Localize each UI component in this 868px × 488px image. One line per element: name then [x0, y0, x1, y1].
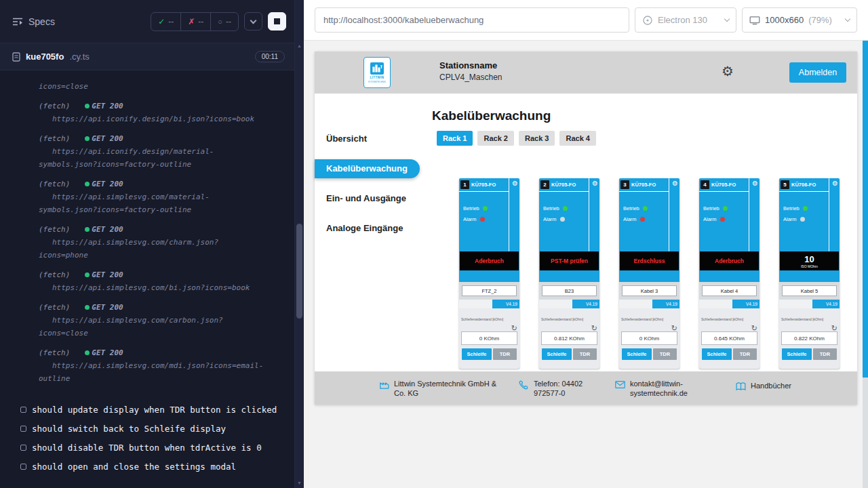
card-settings-gear-icon[interactable]: ⚙ [672, 180, 678, 187]
test-item[interactable]: should switch back to Schleife display [0, 419, 294, 438]
viewport-select[interactable]: 1000x660 (79%) [742, 7, 857, 33]
card-settings-gear-icon[interactable]: ⚙ [752, 180, 758, 187]
rack-tab-label: Rack 2 [484, 134, 507, 142]
refresh-icon[interactable]: ↻ [511, 324, 517, 332]
littwin-logo: LITTWIN SYSTEMTECHNIK [363, 57, 391, 88]
test-title: should update display when TDR button is… [32, 405, 277, 415]
sidebar-nav-item[interactable]: Übersicht [315, 129, 431, 148]
refresh-icon[interactable]: ↻ [831, 324, 837, 332]
sidebar-nav-item[interactable]: Ein- und Ausgänge [315, 189, 431, 208]
card-header: 1 KÜ705-FO [459, 178, 519, 191]
app-header: LITTWIN SYSTEMTECHNIK Stationsname CPLV4… [315, 52, 857, 94]
card-settings-gear-icon[interactable]: ⚙ [832, 180, 838, 187]
rack-tab[interactable]: Rack 2 [477, 131, 513, 146]
log-entry[interactable]: (fetch) GET 200 https://api.simplesvg.co… [0, 301, 294, 340]
card-divider [699, 191, 749, 192]
app-sidebar: Übersicht Kabelüberwachung Ein- und Ausg… [315, 94, 431, 371]
footer-phone: Telefon: 04402 972577-0 [518, 379, 601, 399]
runner-scroll-track[interactable]: ▲ ▼ [295, 41, 304, 488]
chevron-down-icon [724, 16, 730, 22]
rack-tab-label: Rack 3 [525, 134, 549, 142]
status-text: Aderbruch [475, 258, 504, 264]
schleife-button[interactable]: Schleife [462, 348, 492, 360]
card-settings-gear-icon[interactable]: ⚙ [592, 180, 598, 187]
cypress-runner-panel: Specs ✓-- ✗-- ○-- kue705fo .cy.ts 00:11 … [0, 0, 304, 488]
status-leds: Betrieb Alarm [623, 203, 667, 224]
resistance-panel: Schleifenwiderstand [kOhm] ↻ 0.812 KOhm … [539, 308, 599, 369]
log-entry[interactable]: (fetch) GET 200 https://api.iconify.desi… [0, 100, 294, 125]
status-text: PST-M prüfen [551, 258, 588, 264]
app-body: Übersicht Kabelüberwachung Ein- und Ausg… [315, 94, 857, 371]
rack-tab[interactable]: Rack 1 [437, 131, 473, 146]
scroll-down-arrow-icon[interactable]: ▼ [295, 481, 304, 485]
refresh-icon[interactable]: ↻ [591, 324, 597, 332]
log-entry[interactable]: (fetch) GET 200 https://api.simplesvg.co… [0, 268, 294, 294]
measure-buttons: Schleife TDR [701, 348, 757, 360]
test-item[interactable]: should open and close the settings modal [0, 457, 294, 476]
request-url: https://api.simplesvg.com/bi.json?icons=… [0, 281, 264, 294]
collapse-button[interactable] [244, 12, 262, 30]
http-status: GET 200 [92, 132, 123, 145]
sidebar-nav-item[interactable]: Analoge Eingänge [315, 219, 431, 238]
device-model: KÜ705-FO [471, 182, 496, 188]
log-entry-header: (fetch) GET 200 [0, 301, 294, 314]
refresh-icon[interactable]: ↻ [671, 324, 677, 332]
station-name: CPLV4_Maschen [439, 73, 502, 82]
footer-manuals[interactable]: Handbücher [735, 381, 791, 392]
test-title: should open and close the settings modal [32, 462, 236, 472]
firmware-version: V4.19 [492, 300, 519, 308]
logout-button[interactable]: Abmelden [789, 62, 846, 83]
stop-button[interactable] [268, 12, 286, 30]
alarm-row: Alarm [783, 214, 827, 224]
sidebar-nav-item[interactable]: Kabelüberwachung [315, 159, 420, 178]
schleife-button[interactable]: Schleife [702, 348, 732, 360]
alarm-led [560, 217, 565, 222]
cable-label-band: Kabel 3 [619, 282, 679, 300]
card-divider [829, 178, 829, 251]
alarm-led [800, 217, 805, 222]
log-entries: (fetch) GET 200 https://api.iconify.desi… [0, 100, 294, 385]
tdr-button[interactable]: TDR [813, 348, 837, 360]
app-scrollbar[interactable] [863, 41, 868, 488]
browser-select[interactable]: Electron 130 [635, 7, 736, 33]
log-entry[interactable]: (fetch) GET 200 https://api.simplesvg.co… [0, 178, 294, 216]
log-entry[interactable]: (fetch) GET 200 https://api.simplesvg.co… [0, 223, 294, 262]
url-input[interactable] [315, 7, 629, 33]
measure-buttons: Schleife TDR [621, 348, 677, 360]
spec-bar[interactable]: kue705fo .cy.ts 00:11 [0, 43, 294, 70]
app-scroll-thumb[interactable] [863, 41, 868, 378]
spec-name: kue705fo [26, 52, 64, 62]
log-entry[interactable]: (fetch) GET 200 https://api.iconify.desi… [0, 132, 294, 171]
betrieb-label: Betrieb [543, 205, 559, 211]
schleife-button[interactable]: Schleife [542, 348, 572, 360]
alarm-label: Alarm [783, 216, 797, 222]
specs-menu-icon [12, 17, 23, 26]
log-entry-header: (fetch) GET 200 [0, 346, 294, 359]
card-divider [539, 191, 589, 192]
runner-scrollbar[interactable]: ▲ ▼ [294, 0, 304, 488]
refresh-icon[interactable]: ↻ [751, 324, 757, 332]
alarm-led [480, 217, 485, 222]
rack-tab[interactable]: Rack 3 [519, 131, 555, 146]
email-icon [614, 379, 626, 390]
runner-scroll-thumb[interactable] [296, 224, 302, 319]
betrieb-led [563, 206, 568, 211]
tdr-button[interactable]: TDR [653, 348, 677, 360]
test-item[interactable]: should disable TDR button when tdrActive… [0, 438, 294, 457]
device-card: 4 KÜ705-FO ⚙ Betrieb [699, 178, 760, 369]
viewport-size: 1000x660 [765, 15, 804, 25]
specs-menu-button[interactable]: Specs [12, 16, 55, 27]
card-settings-gear-icon[interactable]: ⚙ [512, 180, 518, 187]
settings-gear-icon[interactable]: ⚙ [722, 64, 734, 78]
tdr-button[interactable]: TDR [573, 348, 597, 360]
test-item[interactable]: should update display when TDR button is… [0, 400, 294, 419]
refresh-row: ↻ [461, 321, 517, 331]
log-entry[interactable]: (fetch) GET 200 https://api.simplesvg.co… [0, 346, 294, 385]
rack-tab[interactable]: Rack 4 [559, 131, 595, 146]
tdr-button[interactable]: TDR [733, 348, 757, 360]
schleife-button[interactable]: Schleife [782, 348, 812, 360]
schleife-button[interactable]: Schleife [622, 348, 652, 360]
scroll-up-arrow-icon[interactable]: ▲ [295, 43, 304, 48]
tdr-button[interactable]: TDR [493, 348, 517, 360]
device-card: 1 KÜ705-FO ⚙ Betrieb [459, 178, 519, 369]
